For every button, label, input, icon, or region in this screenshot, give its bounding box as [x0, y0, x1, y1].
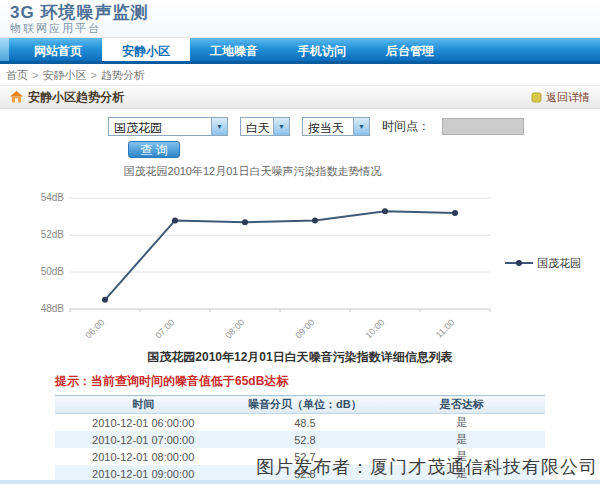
bottom-strip — [0, 480, 600, 484]
time-point-label: 时间点： — [382, 118, 430, 135]
home-icon — [10, 91, 23, 103]
breadcrumb-separator: > — [32, 69, 38, 81]
time-point-input[interactable] — [442, 118, 524, 135]
table-row: 2010-12-01 06:00:0048.5是 — [55, 414, 545, 432]
table-cell: 是 — [378, 431, 545, 448]
svg-text:10:00: 10:00 — [363, 317, 386, 340]
svg-text:08:00: 08:00 — [223, 317, 246, 340]
table-cell: 2010-12-01 08:00:00 — [55, 448, 231, 465]
breadcrumb-quiet-community[interactable]: 安静小区 — [42, 69, 86, 81]
chevron-down-icon: ▼ — [353, 118, 369, 135]
table-cell: 52.8 — [231, 431, 378, 448]
nav-item-site-noise[interactable]: 工地噪音 — [190, 38, 278, 61]
app-title: 3G 环境噪声监测 — [10, 3, 600, 22]
app-banner: 3G 环境噪声监测 物联网应用平台 — [0, 0, 600, 38]
table-cell: 是 — [378, 414, 545, 432]
section-header: 安静小区趋势分析 返回详情 — [0, 86, 600, 109]
main-nav: 网站首页安静小区工地噪音手机访问后台管理 — [0, 38, 600, 64]
table-column-header: 是否达标 — [378, 396, 545, 414]
nav-item-home[interactable]: 网站首页 — [14, 38, 102, 61]
publisher-watermark: 图片发布者：厦门才茂通信科技有限公司 — [256, 455, 598, 479]
breadcrumb-home[interactable]: 首页 — [6, 69, 28, 81]
nav-item-mobile-access[interactable]: 手机访问 — [278, 38, 366, 61]
svg-text:48dB: 48dB — [41, 303, 65, 314]
legend-series-label: 国茂花园 — [537, 256, 581, 271]
chevron-down-icon: ▼ — [273, 118, 289, 135]
svg-text:07:00: 07:00 — [153, 317, 176, 340]
back-detail-icon — [531, 92, 542, 103]
svg-text:09:00: 09:00 — [293, 317, 316, 340]
back-to-detail-link[interactable]: 返回详情 — [531, 90, 590, 105]
svg-text:54dB: 54dB — [41, 192, 65, 203]
nav-item-admin[interactable]: 后台管理 — [366, 38, 454, 61]
table-row: 2010-12-01 07:00:0052.8是 — [55, 431, 545, 448]
table-column-header: 噪音分贝（单位：dB） — [231, 396, 378, 414]
chart-legend: 国茂花园 — [505, 256, 581, 270]
table-cell: 2010-12-01 07:00:00 — [55, 431, 231, 448]
page-title: 安静小区趋势分析 — [28, 89, 124, 106]
nav-item-quiet-community[interactable]: 安静小区 — [102, 38, 190, 61]
mode-select[interactable]: 按当天 ▼ — [302, 117, 370, 136]
chevron-down-icon: ▼ — [211, 118, 227, 135]
chart-section: 国茂花园2010年12月01日白天噪声污染指数走势情况 48dB50dB52dB… — [0, 164, 600, 345]
daypart-select[interactable]: 白天 ▼ — [240, 117, 290, 136]
table-column-header: 时间 — [55, 396, 231, 414]
breadcrumb-separator: > — [90, 69, 96, 81]
svg-text:50dB: 50dB — [41, 266, 65, 277]
svg-text:06:00: 06:00 — [83, 317, 106, 340]
breadcrumb-trend-analysis: 趋势分析 — [101, 69, 145, 81]
chart-title: 国茂花园2010年12月01日白天噪声污染指数走势情况 — [0, 164, 505, 179]
table-cell: 48.5 — [231, 414, 378, 432]
breadcrumb: 首页>安静小区>趋势分析 — [0, 64, 600, 86]
table-title: 国茂花园2010年12月01日白天噪音污染指数详细信息列表 — [0, 349, 600, 366]
app-subtitle: 物联网应用平台 — [10, 22, 600, 35]
query-button[interactable]: 查 询 — [128, 141, 180, 158]
trend-chart: 48dB50dB52dB54dB06:0007:0008:0009:0010:0… — [0, 181, 505, 341]
filter-bar: 国茂花园 ▼ 白天 ▼ 按当天 ▼ 时间点： — [108, 117, 600, 136]
threshold-hint: 提示：当前查询时间的噪音值低于65dB达标 — [55, 373, 600, 390]
community-select[interactable]: 国茂花园 ▼ — [108, 117, 228, 136]
svg-text:52dB: 52dB — [41, 229, 65, 240]
legend-line-marker-icon — [505, 258, 533, 268]
svg-text:11:00: 11:00 — [434, 317, 457, 340]
table-cell: 2010-12-01 06:00:00 — [55, 414, 231, 432]
